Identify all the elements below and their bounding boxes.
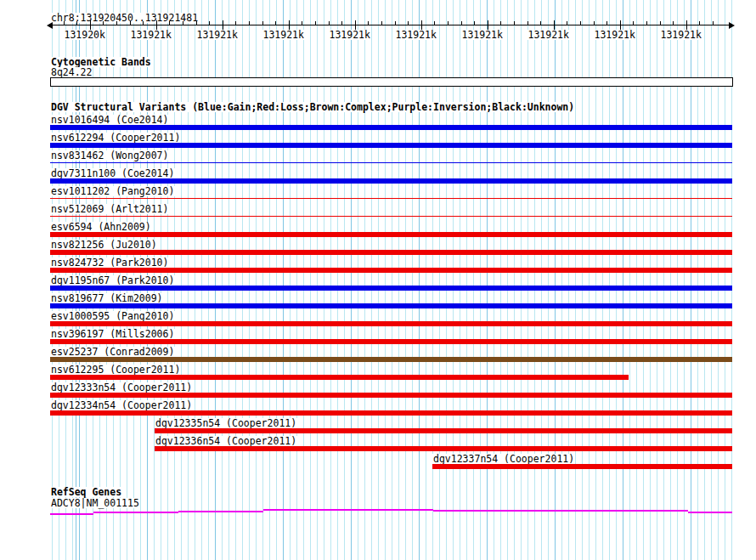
variant-label[interactable]: dgv12334n54 (Cooper2011) [50, 400, 193, 410]
cytoband-label: 8q24.22 [50, 67, 93, 77]
variant-bar-gain[interactable] [50, 125, 732, 130]
genome-browser-view: chr8:131920450..131921481 131920k131921k… [0, 0, 756, 560]
ruler-minor-tick [633, 21, 634, 25]
variant-bar-gain[interactable] [50, 162, 732, 163]
ruler-minor-tick [408, 21, 409, 25]
ruler-tick-label: 131921k [394, 30, 437, 40]
ruler-minor-tick [381, 21, 382, 25]
variant-label[interactable]: nsv612295 (Cooper2011) [50, 365, 181, 375]
gene-line-segment[interactable] [688, 512, 732, 513]
variant-label[interactable]: nsv396197 (Mills2006) [50, 329, 175, 339]
ruler-minor-tick [474, 21, 475, 25]
variant-bar-complex[interactable] [50, 357, 732, 362]
variant-bar-loss[interactable] [50, 268, 732, 273]
refseq-gene-label[interactable]: ADCY8|NM_001115 [50, 498, 140, 508]
ruler-minor-tick [196, 21, 197, 25]
gene-line-segment[interactable] [263, 509, 433, 511]
variant-label[interactable]: dgv12335n54 (Cooper2011) [155, 418, 297, 428]
ruler-tick-label: 131921k [195, 30, 238, 40]
variant-label[interactable]: esv1011202 (Pang2010) [50, 186, 175, 196]
gene-line-segment[interactable] [93, 512, 178, 513]
gene-line-segment[interactable] [178, 511, 263, 512]
ruler-minor-tick [713, 21, 714, 25]
variant-bar-loss[interactable] [50, 232, 732, 237]
variant-label[interactable]: dgv12333n54 (Cooper2011) [50, 382, 193, 393]
ruler-minor-tick [540, 21, 541, 25]
ruler-minor-tick [143, 21, 144, 25]
ruler-minor-tick [302, 21, 302, 25]
variant-label[interactable]: dgv12336n54 (Cooper2011) [155, 436, 297, 446]
ruler-minor-tick [103, 21, 104, 25]
ruler-minor-tick [448, 21, 449, 25]
ruler-minor-tick [580, 21, 581, 25]
variant-bar-loss[interactable] [50, 375, 629, 380]
ruler-tick-label: 131921k [460, 30, 503, 40]
gene-line-segment[interactable] [50, 513, 93, 515]
ruler-minor-tick [461, 21, 462, 25]
ruler-minor-tick [646, 21, 647, 25]
variant-label[interactable]: esv25237 (Conrad2009) [50, 347, 175, 357]
variant-bar-loss[interactable] [50, 321, 732, 326]
variant-bar-loss[interactable] [50, 198, 732, 199]
ruler-minor-tick [606, 21, 607, 25]
ruler-minor-tick [315, 21, 316, 25]
variant-label[interactable]: nsv821256 (Ju2010) [50, 240, 158, 250]
ruler-minor-tick [275, 21, 276, 25]
ruler-minor-tick [699, 21, 700, 25]
variant-bar-loss[interactable] [50, 216, 732, 217]
variant-bar-gain[interactable] [50, 178, 732, 184]
ruler-tick-label: 131920k [63, 30, 105, 40]
variant-label[interactable]: nsv831462 (Wong2007) [50, 150, 169, 161]
variant-label[interactable]: nsv1016494 (Coe2014) [50, 115, 169, 125]
ruler-left-arrow-icon [47, 22, 53, 29]
variant-bar-loss[interactable] [50, 339, 732, 344]
ruler-tick-label: 131921k [328, 30, 370, 40]
ruler-minor-tick [673, 21, 674, 25]
ruler-right-arrow-icon [729, 22, 735, 29]
variant-label[interactable]: nsv612294 (Cooper2011) [50, 133, 181, 143]
ruler-minor-tick [660, 21, 661, 25]
region-title: chr8:131920450..131921481 [50, 13, 199, 23]
ruler-minor-tick [235, 21, 236, 25]
ruler-minor-tick [594, 21, 595, 25]
dgv-track-header: DGV Structural Variants (Blue:Gain;Red:L… [50, 102, 575, 112]
ruler-minor-tick [64, 21, 65, 25]
variant-bar-loss[interactable] [50, 250, 732, 255]
ruler-minor-tick [368, 21, 369, 25]
ruler-minor-tick [329, 21, 330, 25]
ruler-minor-tick [341, 21, 342, 25]
variant-label[interactable]: dgv12337n54 (Cooper2011) [432, 454, 575, 464]
variant-bar-loss[interactable] [50, 393, 732, 398]
ruler-tick-label: 131921k [659, 30, 702, 40]
variant-bar-gain[interactable] [50, 286, 732, 291]
variant-label[interactable]: nsv512069 (Arlt2011) [50, 204, 169, 214]
variant-bar-gain[interactable] [50, 143, 732, 148]
ruler-minor-tick [183, 21, 183, 25]
variant-label[interactable]: dgv7311n100 (Coe2014) [50, 168, 175, 178]
ruler-minor-tick [262, 21, 263, 25]
ruler-minor-tick [76, 21, 77, 25]
ruler-tick-label: 131921k [129, 30, 172, 40]
variant-label[interactable]: nsv824732 (Park2010) [50, 257, 169, 268]
ruler-minor-tick [514, 21, 515, 25]
ruler-tick-label: 131921k [262, 30, 304, 40]
ruler-minor-tick [169, 21, 170, 25]
ruler-tick-label: 131921k [527, 30, 569, 40]
variant-bar-loss[interactable] [50, 410, 732, 416]
gene-line-segment[interactable] [433, 510, 688, 512]
ruler-minor-tick [434, 21, 435, 25]
variant-label[interactable]: esv6594 (Ahn2009) [50, 222, 152, 232]
variant-label[interactable]: dgv1195n67 (Park2010) [50, 275, 175, 286]
variant-bar-loss[interactable] [432, 464, 732, 469]
variant-label[interactable]: esv1000595 (Pang2010) [50, 311, 175, 321]
variant-bar-loss[interactable] [155, 446, 732, 451]
variant-label[interactable]: nsv819677 (Kim2009) [50, 293, 164, 303]
variant-bar-loss[interactable] [155, 428, 732, 433]
cytoband-box [50, 77, 733, 87]
variant-bar-gain[interactable] [50, 303, 732, 308]
ruler-minor-tick [209, 21, 210, 25]
ruler-minor-tick [130, 21, 131, 25]
ruler-line [52, 25, 730, 25]
refseq-track-header: RefSeq Genes [50, 487, 122, 497]
ruler-minor-tick [528, 21, 528, 25]
